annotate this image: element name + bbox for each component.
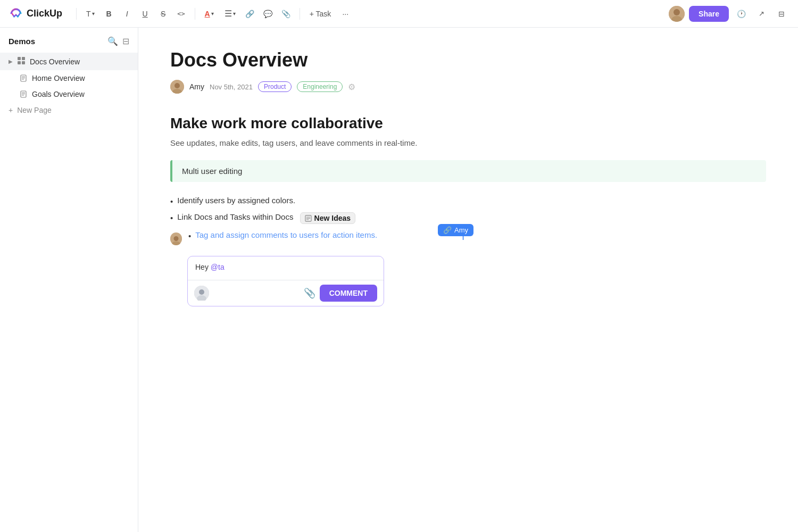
align-dropdown: ▾ [233,11,236,16]
collapse-button[interactable]: ⊟ [122,36,129,46]
docs-grid-icon [17,56,26,66]
more-icon: ··· [342,10,348,18]
comment-footer: 📎 COMMENT [188,280,384,306]
comment-input-area[interactable]: Hey @ta [188,256,384,280]
comment-icon: 💬 [263,10,272,18]
sidebar: Demos 🔍 ⊟ ▶ Docs Overview Home Ov [0,28,138,532]
expand-icon: ↗ [759,10,764,18]
expand-button[interactable]: ↗ [753,6,769,22]
sidebar-icon: ⊟ [778,10,785,18]
svg-point-16 [174,83,180,88]
plus-icon: + [9,106,13,114]
share-button[interactable]: Share [689,6,729,22]
history-button[interactable]: 🕐 [733,6,749,22]
bullet-item-3: • Tag and assign comments to users for a… [170,227,766,247]
doc-title: Docs Overview [170,49,766,71]
section-subtitle: See updates, make edits, tag users, and … [170,138,766,147]
add-task-button[interactable]: + Task [305,7,336,20]
toolbar-right: Share 🕐 ↗ ⊟ [669,6,789,22]
doc-icon-goals [19,90,28,98]
strike-button[interactable]: S [155,6,171,22]
sidebar-toggle-button[interactable]: ⊟ [774,6,789,22]
underline-button[interactable]: U [137,6,153,22]
doc-area: Docs Overview Amy Nov 5th, 2021 Product … [138,28,798,532]
sidebar-item-label-goals: Goals Overview [32,90,85,98]
italic-button[interactable]: I [119,6,135,22]
sidebar-header: Demos 🔍 ⊟ [0,36,138,53]
comment-box: Hey @ta 📎 COMMENT [187,256,384,306]
bullet-text-2: Link Docs and Tasks within Docs [177,212,295,221]
italic-label: I [126,10,128,18]
align-icon: ☰ [225,9,232,19]
logo: ClickUp [9,6,62,21]
search-icon: 🔍 [107,36,118,46]
svg-point-1 [674,9,680,15]
code-button[interactable]: <> [173,6,189,22]
svg-point-26 [199,289,204,295]
doc-date: Nov 5th, 2021 [210,83,253,91]
user-chip-label: Amy [454,226,468,234]
comment-mention: @ta [211,263,225,271]
author-avatar [170,80,184,94]
callout-block: Multi user editing [170,160,766,182]
tag-engineering[interactable]: Engineering [297,81,343,92]
bullet-list: • Identify users by assigned colors. • L… [170,193,766,247]
doc-meta: Amy Nov 5th, 2021 Product Engineering ⚙ [170,80,766,94]
svg-point-23 [174,236,179,241]
bullet-item-1: • Identify users by assigned colors. [170,193,766,209]
logo-text: ClickUp [27,8,62,19]
sidebar-item-home-overview[interactable]: Home Overview [0,70,138,86]
callout-text: Multi user editing [182,167,242,176]
toolbar-divider [76,8,77,20]
svg-rect-3 [18,57,21,60]
toolbar-divider-2 [195,8,195,20]
link-icon: 🔗 [245,10,254,18]
text-label: T [86,10,91,18]
attachment-button[interactable]: 📎 [278,6,294,22]
more-button[interactable]: ··· [337,6,353,22]
bullet-text-1: Identify users by assigned colors. [177,196,295,205]
attachment-icon: 📎 [281,10,290,18]
link-button[interactable]: 🔗 [242,6,258,22]
sidebar-item-goals-overview[interactable]: Goals Overview [0,86,138,102]
settings-icon[interactable]: ⚙ [348,82,355,92]
color-label: A [205,10,210,18]
tag-product[interactable]: Product [258,81,292,92]
new-page-item[interactable]: + New Page [0,102,138,118]
strike-label: S [161,10,165,18]
collapse-icon: ⊟ [122,36,129,46]
code-label: <> [177,10,185,18]
section-title: Make work more collaborative [170,115,766,132]
color-button[interactable]: A ▾ [201,7,218,20]
main-content: Demos 🔍 ⊟ ▶ Docs Overview Home Ov [0,28,798,532]
attach-icon[interactable]: 📎 [304,287,315,299]
align-button[interactable]: ☰ ▾ [220,6,240,21]
toolbar: ClickUp T ▾ B I U S <> A ▾ ☰ ▾ 🔗 💬 📎 + T… [0,0,798,28]
comment-text-hey: Hey [195,263,211,271]
doc-icon-home [19,74,28,82]
text-style-button[interactable]: T ▾ [82,7,99,20]
search-button[interactable]: 🔍 [107,36,118,46]
task-label: + Task [310,10,331,18]
expand-arrow-icon: ▶ [9,59,13,64]
comment-button[interactable]: 💬 [260,6,276,22]
history-icon: 🕐 [737,10,746,18]
dropdown-arrow: ▾ [92,11,95,16]
bullet-text-3: Tag and assign comments to users for act… [195,230,377,239]
author-name: Amy [189,82,204,91]
workspace-title: Demos [9,37,35,46]
bold-label: B [106,10,112,18]
sidebar-item-docs-overview[interactable]: ▶ Docs Overview [0,53,138,70]
underline-label: U [143,10,148,18]
bullet-dot-1: • [170,197,173,206]
bullet-dot-3: • [188,231,191,240]
cursor-indicator: | [462,228,464,240]
doc-link-new-ideas[interactable]: New Ideas [300,212,355,224]
sidebar-item-label: Docs Overview [30,57,80,66]
comment-submit-button[interactable]: COMMENT [320,285,377,302]
bullet-avatar [170,232,182,244]
bold-button[interactable]: B [101,6,117,22]
user-avatar [669,6,685,22]
doc-link-label: New Ideas [314,214,351,222]
sidebar-controls: 🔍 ⊟ [107,36,129,46]
